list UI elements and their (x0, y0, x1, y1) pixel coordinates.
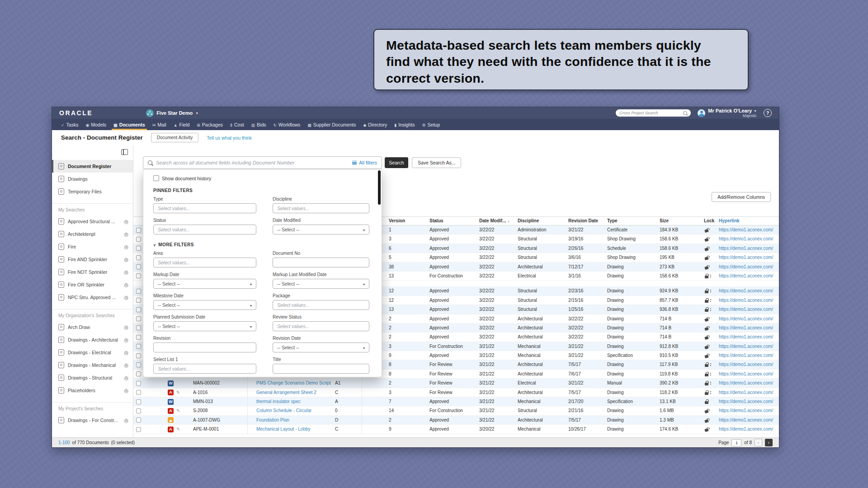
filter-field-input[interactable]: -- Select -- (273, 225, 369, 235)
hyperlink-link[interactable]: https://demo1.aconex.com/ (719, 333, 778, 342)
hyperlink-link[interactable]: https://demo1.aconex.com/ (719, 225, 778, 235)
title-link[interactable]: thermal insulator spec (256, 397, 301, 406)
sidebar-item[interactable]: Arch Draw (52, 321, 133, 333)
nav-item[interactable]: Mail (149, 119, 170, 130)
project-selector[interactable]: Five Star Demo ▼ (146, 109, 198, 117)
row-checkbox[interactable] (136, 408, 141, 413)
sidebar-item[interactable]: Drawings - Structural (52, 371, 133, 384)
previous-page-button[interactable] (755, 439, 762, 446)
hyperlink-link[interactable]: https://demo1.aconex.com/ (719, 388, 778, 397)
row-checkbox[interactable] (136, 264, 141, 269)
search-button[interactable]: Search (385, 157, 408, 168)
nav-item[interactable]: Models (82, 119, 110, 130)
filter-field-input[interactable]: -- Select -- (153, 279, 256, 289)
collapse-panel-icon[interactable] (121, 149, 128, 155)
filter-field-input[interactable] (273, 364, 369, 374)
row-checkbox[interactable] (136, 228, 141, 233)
markup-pencil-icon[interactable] (176, 388, 180, 397)
row-checkbox[interactable] (136, 273, 141, 278)
hyperlink-link[interactable]: https://demo1.aconex.com/ (719, 305, 778, 314)
show-document-history-checkbox[interactable] (153, 175, 159, 181)
nav-item[interactable]: Field (170, 119, 193, 130)
nav-item[interactable]: Documents (110, 119, 149, 130)
hyperlink-link[interactable]: https://demo1.aconex.com/ (719, 244, 778, 253)
sidebar-item[interactable]: NPC Stru. Approved ... (52, 291, 133, 304)
sidebar-item[interactable]: Drawings - For Constr... (52, 414, 133, 427)
column-header-version[interactable]: Version (389, 217, 405, 225)
title-link[interactable]: Column Schedule - Circular (256, 406, 311, 415)
search-settings-icon[interactable] (124, 232, 128, 237)
row-checkbox[interactable] (136, 255, 141, 260)
page-number-input[interactable]: 1 (731, 439, 741, 446)
save-search-as-button[interactable]: Save Search As... (412, 157, 461, 168)
range-link[interactable]: 1-100 (58, 440, 70, 445)
title-link[interactable]: Mechanical Layout - Lobby (256, 425, 311, 434)
sidebar-item[interactable]: Approved Structural ... (52, 215, 133, 228)
column-header-date-modified[interactable]: Date Modif... (479, 217, 509, 225)
column-header-revision-date[interactable]: Revision Date (568, 217, 598, 225)
filter-field-input[interactable]: -- Select -- (153, 321, 256, 331)
sidebar-item[interactable]: Fire OR Sprinkler (52, 278, 133, 291)
search-settings-icon[interactable] (124, 282, 128, 287)
row-checkbox[interactable] (136, 381, 141, 386)
row-checkbox[interactable] (136, 390, 141, 395)
filter-field-input[interactable]: -- Select -- (273, 343, 369, 352)
filter-field-input[interactable]: Select values... (273, 300, 369, 310)
filter-field-input[interactable]: Select values... (273, 203, 369, 213)
row-checkbox[interactable] (136, 307, 141, 312)
hyperlink-link[interactable]: https://demo1.aconex.com/ (719, 342, 778, 351)
filter-field-input[interactable]: -- Select -- (273, 279, 369, 289)
nav-item[interactable]: Cost (226, 119, 248, 130)
row-checkbox[interactable] (136, 246, 141, 251)
nav-item[interactable]: Packages (193, 119, 226, 130)
filter-field-input[interactable]: Select values... (153, 225, 256, 235)
hyperlink-link[interactable]: https://demo1.aconex.com/ (719, 370, 778, 379)
search-settings-icon[interactable] (124, 325, 128, 330)
filter-field-input[interactable] (153, 343, 256, 352)
cross-project-search-input[interactable]: Cross Project Search (616, 109, 691, 117)
search-settings-icon[interactable] (124, 388, 128, 393)
help-icon[interactable] (764, 109, 772, 117)
hyperlink-link[interactable]: https://demo1.aconex.com/ (719, 272, 778, 281)
row-checkbox[interactable] (136, 298, 141, 303)
nav-item[interactable]: Setup (418, 119, 443, 130)
column-header-lock[interactable]: Lock (704, 217, 712, 225)
sidebar-item[interactable]: Architektenpl (52, 228, 133, 240)
hyperlink-link[interactable]: https://demo1.aconex.com/ (719, 406, 778, 415)
row-checkbox[interactable] (136, 325, 141, 330)
search-settings-icon[interactable] (124, 244, 128, 249)
hyperlink-link[interactable]: https://demo1.aconex.com/ (719, 360, 778, 369)
markup-pencil-icon[interactable] (176, 406, 180, 415)
search-settings-icon[interactable] (124, 363, 128, 368)
column-header-status[interactable]: Status (429, 217, 443, 225)
sidebar-item[interactable]: Drawings (52, 173, 133, 185)
hyperlink-link[interactable]: https://demo1.aconex.com/ (719, 253, 778, 262)
nav-item[interactable]: Tasks (57, 119, 82, 130)
row-checkbox[interactable] (136, 399, 141, 404)
row-checkbox[interactable] (136, 371, 141, 376)
filter-field-input[interactable]: Select values... (153, 258, 256, 267)
popup-scrollbar[interactable] (378, 170, 381, 205)
column-header-discipline[interactable]: Discipline (518, 217, 539, 225)
column-header-type[interactable]: Type (607, 217, 618, 225)
document-search-input[interactable]: Search across all document fields includ… (143, 156, 382, 169)
nav-item[interactable]: Directory (359, 119, 391, 130)
sidebar-item[interactable]: Drawings - Mechanical (52, 359, 133, 371)
row-checkbox[interactable] (136, 289, 141, 294)
sidebar-item[interactable]: Fire (52, 240, 133, 253)
row-checkbox[interactable] (136, 237, 141, 242)
filter-field-input[interactable]: Select values... (153, 364, 256, 374)
user-menu[interactable]: Mr Patrick O'Leary ▼ Majestic (698, 108, 757, 118)
hyperlink-link[interactable]: https://demo1.aconex.com/ (719, 397, 778, 406)
row-checkbox[interactable] (136, 418, 141, 422)
sidebar-item[interactable]: Placeholders (52, 384, 133, 397)
hyperlink-link[interactable]: https://demo1.aconex.com/ (719, 379, 778, 388)
title-link[interactable]: Foundation Plan (256, 416, 289, 425)
column-header-hyperlink[interactable]: Hyperlink (719, 217, 778, 225)
row-checkbox[interactable] (136, 427, 141, 432)
search-settings-icon[interactable] (124, 295, 128, 300)
hyperlink-link[interactable]: https://demo1.aconex.com/ (719, 314, 778, 324)
markup-pencil-icon[interactable] (176, 425, 180, 434)
nav-item[interactable]: Bids (248, 119, 270, 130)
hyperlink-link[interactable]: https://demo1.aconex.com/ (719, 235, 778, 244)
